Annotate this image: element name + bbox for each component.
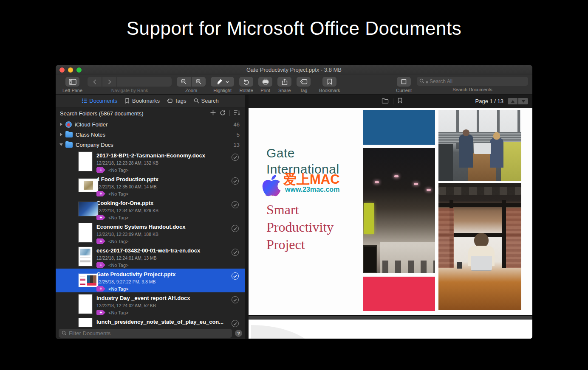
document-thumbnail (79, 247, 92, 266)
pane-divider[interactable] (245, 95, 249, 339)
folder-count: 46 (234, 121, 240, 128)
document-title: eesc-2017-03482-00-01-web-tra-en.docx (96, 247, 228, 254)
folder-count: 13 (234, 142, 240, 148)
help-button[interactable]: ? (235, 330, 242, 337)
highlight-group: Highlight (211, 77, 234, 93)
previous-page-button[interactable] (508, 98, 517, 104)
slide-page-1[interactable]: Gate International rt (249, 108, 532, 315)
disclosure-triangle-icon[interactable] (59, 143, 63, 146)
sidebar-tab[interactable]: Bookmarks (124, 98, 160, 104)
next-page-button[interactable] (518, 98, 528, 104)
document-tag: <No Tag> (108, 168, 129, 173)
document-row[interactable]: 2017-18-BP1-2-Tasmanian-Economy.docx 12/… (56, 150, 245, 174)
folder-row[interactable]: Class Notes 5 (56, 129, 245, 140)
sidebar-panel-icon (69, 79, 76, 85)
document-title: lunch_presidency_note_state_of_play_eu_c… (96, 319, 228, 325)
document-tag: <No Tag> (108, 286, 129, 292)
document-row[interactable]: eesc-2017-03482-00-01-web-tra-en.docx 12… (56, 245, 245, 269)
slide-photo-meeting (438, 110, 521, 181)
search-folders-header: Search Folders (5867 documents) (56, 107, 245, 119)
folder-name: iCloud Folder (75, 121, 107, 128)
navigate-back-button[interactable] (88, 77, 102, 87)
filter-bar[interactable] (59, 329, 232, 338)
bookmark-view-icon[interactable] (398, 98, 402, 105)
navigate-forward-button[interactable] (102, 77, 116, 87)
sidebar-tab[interactable]: Search (194, 98, 219, 104)
document-row[interactable]: 4 Food Production.pptx 12/22/18, 12:35:0… (56, 174, 245, 197)
zoom-out-icon (181, 78, 187, 85)
search-field[interactable] (417, 77, 528, 86)
highlighter-icon (216, 78, 223, 85)
document-meta: 12/22/18, 12:24:02 AM, 52 KB (96, 303, 228, 308)
search-scope-chevron-icon[interactable] (426, 78, 428, 85)
add-tag-pill[interactable]: + (96, 286, 105, 292)
rotate-button[interactable] (239, 77, 253, 87)
add-folder-icon[interactable] (210, 110, 216, 117)
sidebar-tab-icon (124, 98, 130, 104)
current-button[interactable] (397, 77, 411, 87)
add-tag-pill[interactable]: + (96, 262, 105, 268)
add-tag-pill[interactable]: + (96, 167, 105, 173)
filter-input[interactable] (69, 330, 229, 336)
page-indicator: Page 1 / 13 (475, 98, 504, 104)
bookmark-button[interactable] (322, 77, 336, 87)
slide-page-2[interactable] (249, 320, 532, 339)
apple-logo-icon (260, 173, 283, 199)
left-pane-button[interactable] (65, 77, 79, 87)
disclosure-triangle-icon[interactable] (60, 123, 62, 126)
document-thumbnail (79, 152, 92, 171)
tag-button[interactable] (297, 77, 311, 87)
sidebar-tab[interactable]: Documents (82, 98, 117, 104)
title-bar[interactable]: Gate Productivity Project.pptx - 3.8 MB (56, 65, 532, 75)
folder-view-icon[interactable] (382, 98, 389, 105)
filter-search-icon (62, 330, 67, 337)
highlight-button[interactable] (211, 77, 234, 87)
zoom-in-button[interactable] (192, 77, 206, 87)
document-title: Gate Productivity Project.pptx (96, 271, 228, 278)
tag-label: Tag (300, 88, 308, 93)
left-pane-label: Left Pane (62, 88, 82, 93)
search-input[interactable] (430, 78, 526, 84)
slide-2-arc-shape (251, 325, 318, 339)
add-tag-pill[interactable]: + (96, 215, 105, 220)
add-tag-pill[interactable]: + (96, 310, 105, 315)
zoom-group: Zoom (177, 77, 206, 93)
document-row[interactable]: Gate Productivity Project.pptx 12/25/18,… (56, 269, 245, 292)
share-button[interactable] (277, 77, 291, 87)
document-row[interactable]: Cooking-for-One.pptx 12/22/18, 12:34:52 … (56, 197, 245, 221)
document-row[interactable]: Economic Systems Handout.docx 12/22/18, … (56, 221, 245, 245)
highlight-label: Highlight (213, 88, 232, 93)
add-tag-pill[interactable]: + (96, 191, 105, 196)
slide-photo-office (363, 148, 435, 273)
folder-name: Company Docs (76, 142, 113, 148)
search-documents-label: Search Documents (452, 87, 492, 92)
read-check-button[interactable] (232, 249, 239, 256)
folder-icon (65, 142, 73, 148)
sidebar-tab-label: Bookmarks (132, 98, 160, 104)
sort-order-icon[interactable] (234, 110, 240, 117)
search-group: Search Documents (417, 77, 528, 92)
add-tag-pill[interactable]: + (96, 238, 105, 244)
sidebar-tab[interactable]: Tags (167, 98, 186, 104)
folder-row[interactable]: Company Docs 13 (56, 140, 245, 150)
sidebar: Documents Bookmarks (56, 95, 245, 339)
read-check-button[interactable] (232, 154, 239, 161)
navigate-rank-popup[interactable] (117, 77, 172, 87)
print-button[interactable] (258, 77, 272, 87)
read-check-button[interactable] (232, 201, 239, 208)
bookmark-label: Bookmark (319, 88, 340, 93)
disclosure-triangle-icon[interactable] (60, 133, 62, 136)
read-check-button[interactable] (232, 320, 239, 327)
read-check-button[interactable] (232, 296, 239, 303)
sidebar-tab-label: Documents (89, 98, 117, 104)
zoom-out-button[interactable] (177, 77, 191, 87)
read-check-button[interactable] (232, 272, 239, 280)
refresh-icon[interactable] (220, 110, 226, 117)
folder-name: Class Notes (76, 132, 105, 138)
read-check-button[interactable] (232, 225, 239, 232)
tag-group: Tag (297, 77, 311, 93)
rotate-label: Rotate (239, 88, 253, 93)
document-row[interactable]: industry Day _event report AH.docx 12/22… (56, 292, 245, 316)
folder-row[interactable]: iCloud Folder 46 (56, 119, 245, 129)
read-check-button[interactable] (232, 177, 239, 185)
